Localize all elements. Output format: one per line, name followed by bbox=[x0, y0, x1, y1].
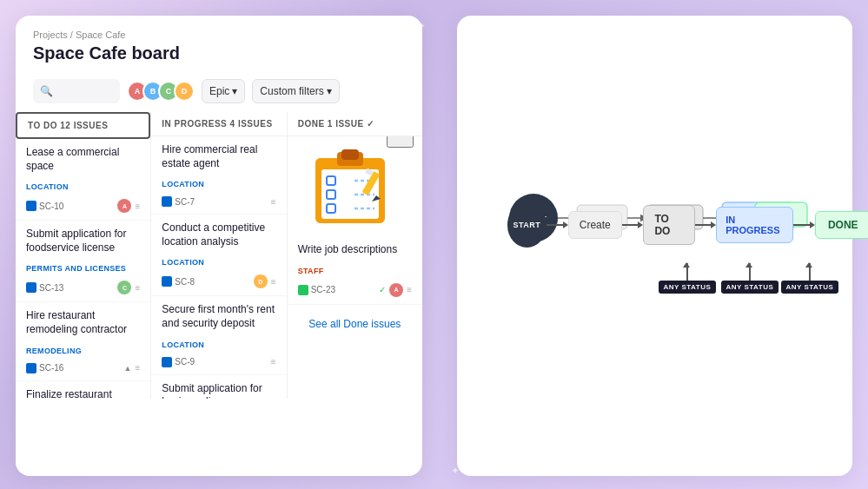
more-icon[interactable]: ≡ bbox=[407, 285, 412, 294]
card-actions: ≡ bbox=[271, 357, 276, 367]
any-status-done-col: ANY STATUS bbox=[781, 263, 839, 294]
column-todo: TO DO 12 ISSUES Lease a commercial space… bbox=[16, 112, 151, 399]
done-image-area bbox=[288, 136, 422, 236]
card-title: Submit application for business license bbox=[162, 382, 275, 399]
todo-node: TO DO bbox=[643, 205, 694, 245]
more-icon[interactable]: ≡ bbox=[271, 197, 276, 207]
avatar-4[interactable]: D bbox=[174, 81, 195, 102]
search-icon: 🔍 bbox=[40, 85, 53, 97]
epic-filter-label: Epic bbox=[209, 85, 229, 97]
column-inprogress: IN PROGRESS 4 ISSUES Hire commercial rea… bbox=[151, 112, 287, 399]
check-mark-icon: ✓ bbox=[379, 285, 386, 294]
card-title: Secure first month's rent and security d… bbox=[162, 303, 275, 330]
svg-rect-3 bbox=[341, 149, 359, 160]
any-status-done-badge: ANY STATUS bbox=[781, 281, 839, 294]
board-header: Projects / Space Cafe Space Cafe board bbox=[16, 16, 422, 72]
assignee-avatar: A bbox=[117, 199, 131, 213]
card-tag: LOCATION bbox=[26, 182, 69, 192]
column-todo-header: TO DO 12 ISSUES bbox=[16, 112, 150, 139]
card-footer: SC-16 ▲ ≡ bbox=[26, 363, 140, 373]
any-status-progress-badge: ANY STATUS bbox=[721, 281, 779, 294]
breadcrumb: Projects / Space Cafe bbox=[33, 30, 405, 40]
card-actions: ✓ A ≡ bbox=[379, 283, 412, 297]
card-footer: SC-8 D ≡ bbox=[162, 274, 275, 288]
card-tag: LOCATION bbox=[162, 179, 204, 189]
arrow-progress-done bbox=[793, 221, 815, 228]
card-sc17[interactable]: Finalize restaurant concept and design R… bbox=[16, 381, 150, 399]
card-sc16[interactable]: Hire restaurant remodeling contractor RE… bbox=[16, 302, 150, 380]
start-node: START bbox=[507, 202, 547, 248]
any-status-todo-col: ANY STATUS bbox=[659, 263, 717, 294]
create-node: Create bbox=[568, 211, 622, 239]
epic-filter-button[interactable]: Epic ▾ bbox=[202, 79, 245, 103]
issue-id: SC-13 bbox=[26, 282, 63, 293]
assignee-avatar: A bbox=[389, 283, 403, 297]
search-box[interactable]: 🔍 bbox=[33, 79, 120, 103]
breadcrumb-current[interactable]: Space Cafe bbox=[76, 30, 125, 40]
issue-id: SC-10 bbox=[26, 201, 63, 211]
clipboard-illustration bbox=[307, 145, 402, 228]
issue-id: SC-23 bbox=[298, 285, 335, 295]
card-actions: ≡ bbox=[271, 197, 276, 207]
issue-id: SC-8 bbox=[162, 276, 195, 287]
board-title: Space Cafe board bbox=[33, 43, 405, 63]
card-title: Conduct a competitive location analysis bbox=[162, 221, 275, 248]
more-icon[interactable]: ≡ bbox=[135, 283, 140, 293]
column-done: DONE 1 ISSUE ✓ bbox=[288, 112, 422, 399]
card-tag: REMODELING bbox=[26, 346, 82, 356]
issue-icon bbox=[162, 196, 172, 207]
custom-filters-label: Custom filters bbox=[260, 85, 323, 97]
card-actions: ▲ ≡ bbox=[124, 363, 141, 373]
issue-id: SC-16 bbox=[26, 363, 63, 373]
card-sc13[interactable]: Submit application for foodservice licen… bbox=[16, 221, 150, 302]
card-title: Finalize restaurant concept and design bbox=[26, 388, 140, 399]
issue-icon bbox=[26, 363, 36, 373]
workflow-row1: START Create TO DO bbox=[507, 202, 869, 248]
card-actions: A ≡ bbox=[117, 199, 140, 213]
card-title: Hire restaurant remodeling contractor bbox=[26, 309, 140, 336]
priority-icon: ▲ bbox=[124, 364, 132, 373]
epic-chevron-icon: ▾ bbox=[232, 85, 237, 97]
custom-filters-button[interactable]: Custom filters ▾ bbox=[252, 79, 339, 103]
breadcrumb-separator: / bbox=[70, 30, 73, 40]
card-footer: SC-23 ✓ A ≡ bbox=[298, 283, 412, 297]
see-all-done-link[interactable]: See all Done issues bbox=[308, 318, 401, 330]
issue-icon bbox=[26, 201, 36, 211]
workflow-diagram: START Create TO DO bbox=[499, 176, 812, 315]
more-icon[interactable]: ≡ bbox=[135, 202, 140, 211]
issue-check-icon bbox=[298, 285, 308, 295]
card-title: Lease a commercial space bbox=[26, 146, 140, 173]
more-icon[interactable]: ≡ bbox=[271, 357, 276, 367]
card-title: Submit application for foodservice licen… bbox=[26, 228, 140, 254]
more-icon[interactable]: ≡ bbox=[135, 363, 140, 373]
avatar-group[interactable]: A B C D bbox=[127, 81, 195, 102]
toolbar: 🔍 A B C D Epic ▾ Custom filters ▾ bbox=[16, 72, 422, 112]
see-all-container: See all Done issues bbox=[288, 305, 422, 341]
inprogress-node: IN PROGRESS bbox=[716, 207, 793, 243]
workflow-diagram-panel: START Create TO DO IN PROGRESS bbox=[457, 16, 852, 476]
arrow-create-todo bbox=[622, 221, 644, 228]
issue-id: SC-7 bbox=[162, 196, 195, 207]
issue-icon bbox=[26, 282, 36, 293]
card-sc9[interactable]: Secure first month's rent and security d… bbox=[151, 296, 286, 374]
card-actions: C ≡ bbox=[117, 281, 140, 294]
breadcrumb-projects[interactable]: Projects bbox=[33, 30, 68, 40]
card-sc10[interactable]: Lease a commercial space LOCATION SC-10 … bbox=[16, 139, 150, 221]
more-icon[interactable]: ≡ bbox=[271, 277, 276, 287]
card-sc8[interactable]: Conduct a competitive location analysis … bbox=[151, 215, 286, 296]
card-tag: PERMITS AND LICENSES bbox=[26, 263, 126, 274]
any-status-progress-col: ANY STATUS bbox=[721, 263, 779, 294]
issue-icon bbox=[162, 276, 172, 287]
card-tag: LOCATION bbox=[162, 257, 204, 268]
card-title: Hire commercial real estate agent bbox=[162, 143, 275, 170]
column-inprogress-header: IN PROGRESS 4 ISSUES bbox=[151, 112, 286, 136]
card-tag: STAFF bbox=[298, 266, 324, 276]
card-sc23[interactable]: Write job descriptions STAFF SC-23 ✓ A ≡ bbox=[288, 236, 422, 305]
card-actions: D ≡ bbox=[254, 274, 276, 288]
kanban-board-panel: Projects / Space Cafe Space Cafe board 🔍… bbox=[16, 16, 422, 476]
card-sc7[interactable]: Hire commercial real estate agent LOCATI… bbox=[151, 136, 286, 215]
arrow-start-create bbox=[547, 221, 568, 228]
card-sc12[interactable]: Submit application for business license … bbox=[151, 375, 286, 399]
card-title: Write job descriptions bbox=[298, 243, 412, 257]
board-content: TO DO 12 ISSUES Lease a commercial space… bbox=[16, 112, 422, 399]
